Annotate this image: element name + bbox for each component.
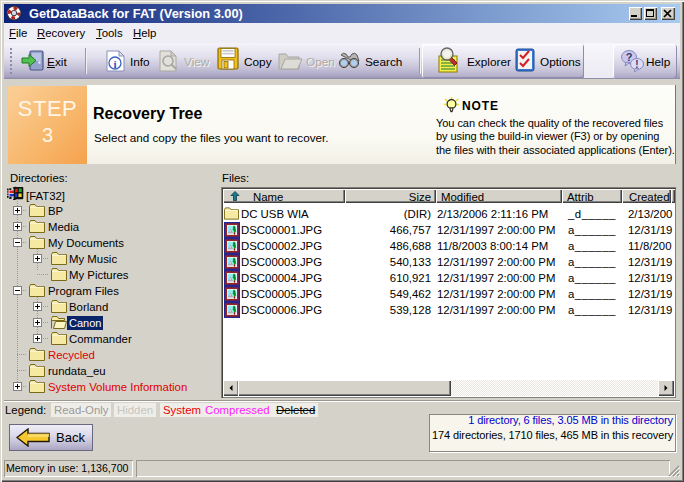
svg-text:i: i [113, 58, 116, 70]
svg-text:!: ! [635, 59, 638, 70]
